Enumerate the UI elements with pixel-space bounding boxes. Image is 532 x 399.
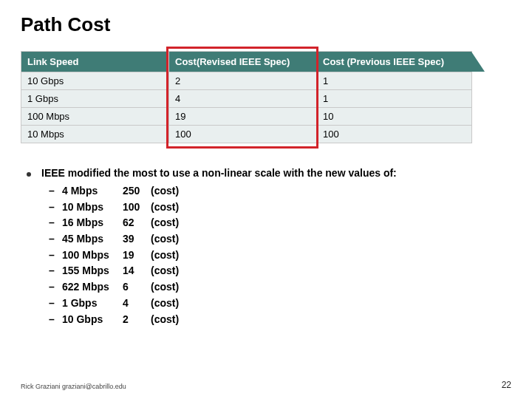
dash-icon: – <box>49 200 62 216</box>
cell-revised: 100 <box>169 126 317 143</box>
item-value: 19 <box>123 248 151 264</box>
dash-icon: – <box>49 279 62 296</box>
cell-previous: 1 <box>317 72 472 90</box>
footer-author: Rick Graziani graziani@cabrillo.edu <box>21 383 126 390</box>
dash-icon: – <box>49 231 62 248</box>
item-speed: 45 Mbps <box>62 231 123 248</box>
item-speed: 10 Gbps <box>62 312 123 328</box>
cell-revised: 19 <box>169 108 317 126</box>
item-speed: 155 Mbps <box>62 263 123 279</box>
dash-icon: – <box>49 248 62 264</box>
item-label: (cost) <box>151 279 179 296</box>
bullet-icon <box>27 172 31 177</box>
item-value: 250 <box>123 183 151 200</box>
list-item: –1 Gbps4(cost) <box>49 296 511 312</box>
cell-speed: 100 Mbps <box>21 108 169 126</box>
cell-previous: 10 <box>317 108 472 126</box>
item-label: (cost) <box>151 263 179 279</box>
lead-bullet: IEEE modified the most to use a non-line… <box>21 167 511 179</box>
item-label: (cost) <box>151 312 179 328</box>
slide: Path Cost Link Speed Cost(Revised IEEE S… <box>0 0 532 399</box>
dash-icon: – <box>49 312 62 328</box>
item-label: (cost) <box>151 215 179 231</box>
col-link-speed: Link Speed <box>21 52 169 72</box>
item-label: (cost) <box>151 183 179 200</box>
table-head: Link Speed Cost(Revised IEEE Spec) Cost … <box>21 52 472 72</box>
cost-list: –4 Mbps250(cost) –10 Mbps100(cost) –16 M… <box>49 183 511 327</box>
item-speed: 10 Mbps <box>62 200 123 216</box>
item-value: 39 <box>123 231 151 248</box>
cell-revised: 2 <box>169 72 317 90</box>
cell-previous: 1 <box>317 90 472 108</box>
body-content: IEEE modified the most to use a non-line… <box>21 167 511 327</box>
cost-table-wrap: Link Speed Cost(Revised IEEE Spec) Cost … <box>21 51 471 143</box>
list-item: –155 Mbps14(cost) <box>49 263 511 279</box>
item-value: 4 <box>123 296 151 312</box>
table-header-row: Link Speed Cost(Revised IEEE Spec) Cost … <box>21 52 472 72</box>
lead-prefix: IEEE modified the most to use a <box>41 167 202 179</box>
cost-table: Link Speed Cost(Revised IEEE Spec) Cost … <box>21 51 472 143</box>
item-value: 6 <box>123 279 151 296</box>
cell-speed: 1 Gbps <box>21 90 169 108</box>
cell-speed: 10 Mbps <box>21 126 169 143</box>
list-item: –100 Mbps19(cost) <box>49 248 511 264</box>
list-item: –4 Mbps250(cost) <box>49 183 511 200</box>
col-revised-cost: Cost(Revised IEEE Spec) <box>169 52 317 72</box>
dash-icon: – <box>49 215 62 231</box>
item-speed: 100 Mbps <box>62 248 123 264</box>
lead-text: IEEE modified the most to use a non-line… <box>41 167 397 179</box>
lead-bold: non-linear scale <box>202 167 281 179</box>
list-item: –622 Mbps6(cost) <box>49 279 511 296</box>
page-number: 22 <box>502 380 511 390</box>
page-title: Path Cost <box>21 13 511 36</box>
table-row: 10 Mbps 100 100 <box>21 126 472 143</box>
item-speed: 1 Gbps <box>62 296 123 312</box>
list-item: –45 Mbps39(cost) <box>49 231 511 248</box>
cell-speed: 10 Gbps <box>21 72 169 90</box>
table-row: 1 Gbps 4 1 <box>21 90 472 108</box>
dash-icon: – <box>49 183 62 200</box>
item-value: 62 <box>123 215 151 231</box>
item-label: (cost) <box>151 200 179 216</box>
item-speed: 16 Mbps <box>62 215 123 231</box>
table-row: 10 Gbps 2 1 <box>21 72 472 90</box>
cell-previous: 100 <box>317 126 472 143</box>
lead-suffix: with the new values of: <box>281 167 397 179</box>
item-speed: 622 Mbps <box>62 279 123 296</box>
dash-icon: – <box>49 296 62 312</box>
list-item: –10 Mbps100(cost) <box>49 200 511 216</box>
table-row: 100 Mbps 19 10 <box>21 108 472 126</box>
dash-icon: – <box>49 263 62 279</box>
item-value: 14 <box>123 263 151 279</box>
table-body: 10 Gbps 2 1 1 Gbps 4 1 100 Mbps 19 10 10… <box>21 72 472 143</box>
item-label: (cost) <box>151 296 179 312</box>
cell-revised: 4 <box>169 90 317 108</box>
item-speed: 4 Mbps <box>62 183 123 200</box>
list-item: –16 Mbps62(cost) <box>49 215 511 231</box>
item-value: 100 <box>123 200 151 216</box>
item-value: 2 <box>123 312 151 328</box>
item-label: (cost) <box>151 248 179 264</box>
item-label: (cost) <box>151 231 179 248</box>
list-item: –10 Gbps2(cost) <box>49 312 511 328</box>
col-previous-cost: Cost (Previous IEEE Spec) <box>317 52 472 72</box>
